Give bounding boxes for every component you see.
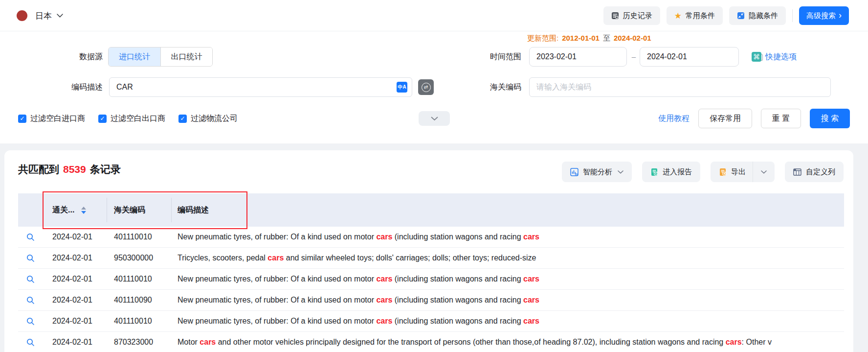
advanced-search-button[interactable]: 高级搜索 ›	[799, 6, 849, 25]
magnifier-icon	[26, 317, 35, 326]
filter-checkbox-group: ✓ 过滤空白进口商 ✓ 过滤空白出口商 ✓ 过滤物流公司	[18, 109, 238, 128]
cell-clearance-date: 2024-02-01	[43, 233, 107, 241]
export-label: 导出	[731, 167, 746, 177]
export-icon	[719, 168, 727, 176]
chevron-down-icon	[761, 170, 767, 174]
country-selector[interactable]: 日本	[35, 0, 63, 31]
update-range-start: 2012-01-01	[562, 34, 600, 42]
hs-code-input[interactable]	[530, 78, 830, 96]
swap-search-button[interactable]: ⇄	[418, 79, 434, 95]
update-range: 更新范围: 2012-01-01 至 2024-02-01	[527, 34, 651, 43]
sort-icon[interactable]	[81, 207, 86, 214]
cell-code-description: New pneumatic tyres, of rubber: Of a kin…	[171, 275, 844, 283]
topbar-actions: 历史记录 ★ 常用条件 隐藏条件 高级搜索 ›	[603, 6, 849, 25]
table-body: 2024-02-01401110010New pneumatic tyres, …	[18, 227, 844, 352]
checkbox-filter-blank-importer[interactable]: ✓ 过滤空白进口商	[18, 114, 85, 124]
row-search-button[interactable]	[26, 317, 35, 326]
cell-clearance-date: 2024-02-01	[43, 254, 107, 262]
results-card: 共匹配到 8539 条记录 BI 智能分析	[4, 150, 853, 352]
history-icon	[611, 12, 619, 20]
header-label: 通关...	[52, 205, 74, 215]
update-range-label: 更新范围:	[527, 34, 558, 43]
cell-clearance-date: 2024-02-01	[43, 317, 107, 326]
code-desc-label: 编码描述	[49, 77, 103, 97]
hs-code-label: 海关编码	[467, 77, 521, 97]
cell-code-description: New pneumatic tyres, of rubber: Of a kin…	[171, 296, 844, 305]
results-summary: 共匹配到 8539 条记录	[18, 163, 121, 176]
sort-desc-caret	[81, 211, 86, 214]
svg-text:BI: BI	[575, 173, 578, 176]
chevron-down-icon	[618, 170, 623, 174]
save-favorite-button[interactable]: 保存常用	[698, 109, 752, 128]
magnifier-icon	[26, 296, 35, 305]
datasource-tabs: 进口统计 出口统计	[108, 47, 213, 67]
favorites-button[interactable]: ★ 常用条件	[667, 6, 723, 25]
hide-conditions-button[interactable]: 隐藏条件	[729, 6, 786, 25]
reset-button[interactable]: 重 置	[761, 109, 801, 128]
code-desc-input[interactable]	[110, 78, 397, 96]
keyword-highlight: cars	[200, 338, 216, 346]
checkbox-filter-blank-exporter[interactable]: ✓ 过滤空白出口商	[98, 114, 165, 124]
row-search-button[interactable]	[26, 338, 35, 347]
result-actions: BI 智能分析 进入报告	[562, 162, 844, 182]
checkbox-checked-icon: ✓	[18, 115, 26, 123]
smart-analysis-button[interactable]: BI 智能分析	[562, 162, 632, 182]
filter-actions: 使用教程 保存常用 重 置 搜 索	[658, 109, 850, 128]
search-button[interactable]: 搜 索	[810, 109, 850, 128]
magnifier-icon	[26, 233, 35, 242]
header-label: 海关编码	[114, 205, 145, 215]
tab-import-stats[interactable]: 进口统计	[109, 47, 160, 66]
datasource-label: 数据源	[49, 47, 103, 67]
date-start-input[interactable]	[530, 47, 645, 66]
checkbox-filter-logistics[interactable]: ✓ 过滤物流公司	[178, 114, 238, 124]
checkbox-label: 过滤空白出口商	[111, 114, 165, 124]
cell-code-description: New pneumatic tyres, of rubber: Of a kin…	[171, 317, 844, 326]
keyword-highlight: cars	[267, 254, 284, 262]
cell-clearance-date: 2024-02-01	[43, 275, 107, 283]
summary-prefix: 共匹配到	[18, 163, 59, 176]
advanced-search-label: 高级搜索	[806, 11, 836, 21]
table-row: 2024-02-01401110010New pneumatic tyres, …	[18, 227, 844, 248]
cell-code-description: Tricycles, scooters, pedal cars and simi…	[171, 254, 844, 262]
tab-export-stats[interactable]: 出口统计	[160, 47, 212, 66]
table-row: 2024-02-01401110010New pneumatic tyres, …	[18, 311, 844, 332]
column-divider	[107, 198, 107, 222]
custom-columns-button[interactable]: 自定义列	[785, 162, 844, 182]
header-cell-clearance-date[interactable]: 通关...	[43, 205, 107, 215]
summary-suffix: 条记录	[90, 163, 121, 176]
row-search-button[interactable]	[26, 254, 35, 263]
keyword-highlight: cars	[523, 317, 539, 325]
quick-options-button[interactable]: ⌘ 快捷选项	[752, 47, 797, 67]
favorites-label: 常用条件	[686, 11, 715, 21]
expand-more-button[interactable]	[419, 111, 450, 126]
report-icon	[650, 168, 658, 176]
row-search-button[interactable]	[26, 233, 35, 242]
custom-columns-label: 自定义列	[806, 167, 835, 177]
export-dropdown-button[interactable]	[753, 162, 775, 182]
checkbox-checked-icon: ✓	[178, 115, 187, 123]
row-search-button[interactable]	[26, 296, 35, 305]
export-button[interactable]: 导出	[711, 167, 753, 177]
checkbox-checked-icon: ✓	[98, 115, 107, 123]
translate-icon[interactable]: 中A	[397, 82, 407, 93]
keyword-highlight: cars	[376, 275, 392, 283]
hs-code-input-wrap	[529, 77, 831, 97]
date-end-input[interactable]	[640, 47, 755, 66]
history-button[interactable]: 历史记录	[603, 6, 660, 25]
header-cell-hs-code: 海关编码	[107, 205, 171, 215]
enter-report-button[interactable]: 进入报告	[642, 162, 700, 182]
magnifier-icon	[26, 254, 35, 263]
cell-hs-code: 950300000	[107, 254, 171, 262]
code-desc-input-wrap: 中A	[109, 77, 412, 97]
table-row: 2024-02-01950300000Tricycles, scooters, …	[18, 248, 844, 269]
star-icon: ★	[674, 12, 682, 20]
table-header-row: 通关... 海关编码 编码描述	[18, 193, 844, 227]
export-button-group: 导出	[711, 162, 775, 182]
cell-code-description: New pneumatic tyres, of rubber: Of a kin…	[171, 233, 844, 241]
chevron-down-icon	[431, 117, 438, 121]
country-name: 日本	[35, 10, 52, 22]
table-row: 2024-02-01401110010New pneumatic tyres, …	[18, 269, 844, 290]
row-search-button[interactable]	[26, 275, 35, 284]
cell-clearance-date: 2024-02-01	[43, 338, 107, 347]
tutorial-link[interactable]: 使用教程	[658, 114, 690, 124]
